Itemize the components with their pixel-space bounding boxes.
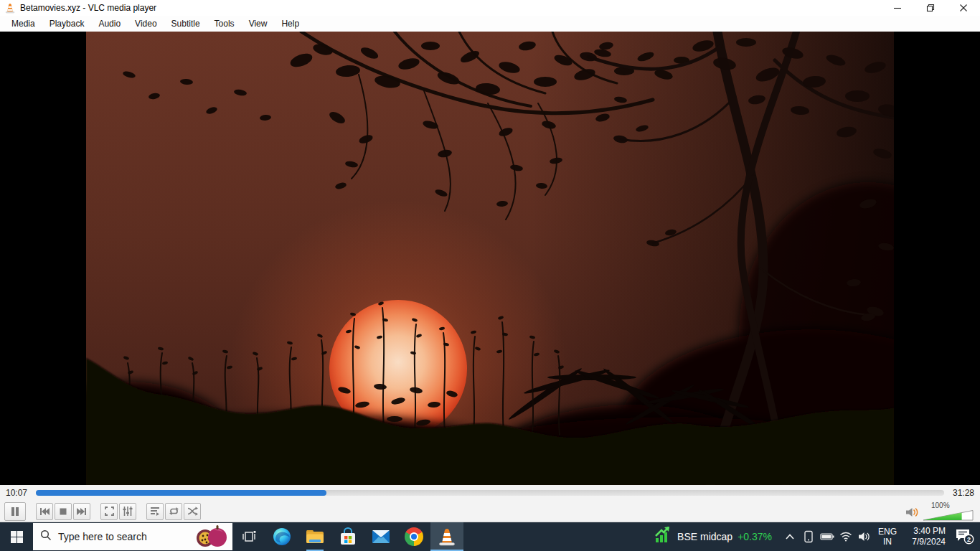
seek-row: 10:07 31:28	[0, 485, 980, 501]
video-display[interactable]	[0, 32, 980, 485]
chrome-center	[411, 534, 417, 540]
language-indicator[interactable]: ENG IN	[874, 527, 901, 547]
previous-button[interactable]	[36, 503, 53, 520]
loop-button[interactable]	[165, 503, 182, 520]
passion-fruit-search-image	[194, 524, 228, 551]
pause-button[interactable]	[4, 502, 26, 521]
menu-video[interactable]: Video	[128, 17, 164, 31]
menu-bar: Media Playback Audio Video Subtitle Tool…	[0, 16, 980, 32]
menu-view[interactable]: View	[242, 17, 275, 31]
vlc-taskbar-icon[interactable]	[430, 522, 463, 551]
fullscreen-button[interactable]	[100, 503, 118, 520]
action-center-button[interactable]: 2	[948, 527, 980, 546]
task-view-button[interactable]	[232, 522, 265, 551]
menu-media[interactable]: Media	[4, 17, 42, 31]
seek-bar[interactable]	[36, 490, 944, 496]
restore-button[interactable]	[914, 0, 947, 16]
taskbar-clock[interactable]: 3:40 PM 7/9/2024	[901, 526, 948, 547]
menu-help[interactable]: Help	[274, 17, 306, 31]
search-icon	[40, 529, 52, 544]
notification-badge: 2	[967, 536, 971, 543]
file-explorer-icon[interactable]	[298, 522, 331, 551]
close-button[interactable]	[947, 0, 980, 16]
menu-subtitle[interactable]: Subtitle	[164, 17, 207, 31]
start-button[interactable]	[0, 522, 33, 551]
vlc-cone-icon	[4, 2, 16, 14]
system-tray: BSE midcap +0.37%	[645, 522, 980, 551]
menu-playback[interactable]: Playback	[42, 17, 92, 31]
stock-up-icon	[654, 526, 672, 547]
language-secondary: IN	[874, 537, 901, 547]
battery-icon[interactable]	[818, 522, 837, 551]
volume-percent-label: 100%	[931, 502, 950, 509]
extended-settings-button[interactable]	[119, 503, 136, 520]
stock-ticker-widget[interactable]: BSE midcap +0.37%	[645, 526, 781, 547]
volume-slider[interactable]	[923, 509, 974, 521]
player-controls: 100%	[0, 501, 980, 522]
elapsed-time: 10:07	[6, 488, 30, 498]
search-placeholder: Type here to search	[58, 531, 147, 542]
sunset-video-frame	[86, 32, 894, 485]
phone-icon[interactable]	[799, 522, 818, 551]
chevron-up-icon[interactable]	[781, 522, 799, 551]
volume-area: 100%	[905, 502, 976, 521]
playlist-button[interactable]	[146, 503, 164, 520]
stock-name: BSE midcap	[677, 531, 732, 542]
clock-date: 7/9/2024	[901, 537, 946, 547]
menu-audio[interactable]: Audio	[91, 17, 128, 31]
edge-icon[interactable]	[265, 522, 298, 551]
clock-time: 3:40 PM	[901, 526, 946, 537]
seek-fill	[36, 490, 326, 496]
window-title: Betamovies.xyz - VLC media player	[20, 3, 156, 13]
title-bar: Betamovies.xyz - VLC media player	[0, 0, 980, 16]
speaker-icon[interactable]	[905, 507, 919, 521]
stop-button[interactable]	[55, 503, 72, 520]
microsoft-store-icon[interactable]	[331, 522, 364, 551]
windows-taskbar: Type here to search	[0, 522, 980, 551]
mail-icon[interactable]	[364, 522, 397, 551]
tray-speaker-icon[interactable]	[855, 522, 874, 551]
wifi-icon[interactable]	[837, 522, 855, 551]
stock-change: +0.37%	[738, 531, 772, 542]
random-button[interactable]	[184, 503, 201, 520]
next-button[interactable]	[73, 503, 90, 520]
vlc-window: Betamovies.xyz - VLC media player Media …	[0, 0, 980, 551]
menu-tools[interactable]: Tools	[207, 17, 242, 31]
total-time: 31:28	[950, 488, 974, 498]
language-primary: ENG	[874, 527, 901, 537]
taskbar-search-input[interactable]: Type here to search	[33, 523, 232, 550]
volume-fill	[923, 509, 962, 521]
minimize-button[interactable]	[881, 0, 914, 16]
chrome-icon[interactable]	[397, 522, 430, 551]
